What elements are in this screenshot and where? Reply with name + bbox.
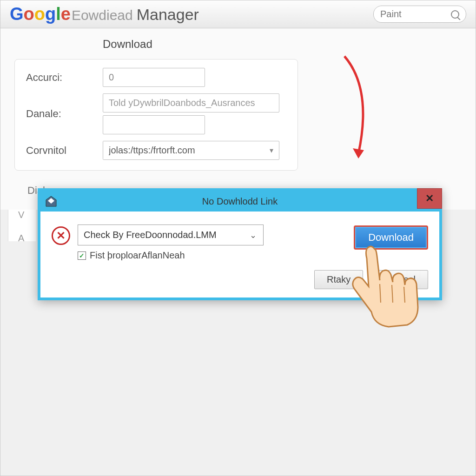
app-icon: [45, 195, 57, 207]
input-accurci[interactable]: [103, 68, 205, 87]
dialog-body: ✕ ⌄ ✓ Fist þroploarAflanNeah Download: [40, 212, 439, 265]
logo-subword: Eowdiead: [72, 7, 133, 23]
dialog-mid: ⌄ ✓ Fist þroploarAflanNeah: [78, 225, 346, 261]
retry-button[interactable]: Rtaky: [314, 270, 363, 289]
dialog: No Dowhlodd Link ✕ ✕ ⌄ ✓ Fist þroploarAf…: [38, 188, 442, 300]
logo-manager: Manager: [137, 6, 199, 24]
download-button[interactable]: Download: [354, 225, 428, 250]
dialog-titlebar[interactable]: No Dowhlodd Link ✕: [40, 191, 439, 212]
main-content: Download Accurci: Danale: Corvnitol ▾ Di…: [0, 28, 476, 210]
bg-l1: V: [18, 210, 24, 220]
bg-l2: A: [18, 233, 24, 244]
search-input[interactable]: [380, 9, 451, 20]
app-header: Google Eowdiead Manager: [0, 0, 476, 28]
label-corvnitol: Corvnitol: [26, 145, 103, 157]
app-logo: Google Eowdiead Manager: [10, 4, 199, 24]
cancel-button[interactable]: ansel: [370, 270, 428, 289]
chevron-down-icon[interactable]: ⌄: [243, 230, 263, 240]
close-button[interactable]: ✕: [417, 188, 442, 209]
input-danale-2[interactable]: [103, 115, 205, 134]
dialog-title: No Dowhlodd Link: [202, 196, 278, 207]
label-accurci: Accurci:: [26, 72, 103, 84]
close-icon: ✕: [425, 192, 434, 205]
form-panel: Accurci: Danale: Corvnitol ▾: [14, 59, 298, 171]
row-danale: Danale:: [26, 93, 286, 134]
checkbox-icon[interactable]: ✓: [78, 251, 86, 260]
section-title: Download: [103, 38, 462, 51]
checkbox-label: Fist þroploarAflanNeah: [90, 250, 185, 261]
dialog-combo[interactable]: ⌄: [78, 225, 264, 245]
row-accurci: Accurci:: [26, 68, 286, 87]
input-corvnitol[interactable]: [103, 141, 264, 159]
dialog-footer: Rtaky ansel: [40, 265, 439, 298]
error-icon: ✕: [52, 226, 70, 245]
combo-corvnitol[interactable]: ▾: [103, 141, 279, 160]
checkbox-row[interactable]: ✓ Fist þroploarAflanNeah: [78, 250, 346, 261]
search-box[interactable]: [373, 6, 466, 23]
row-corvnitol: Corvnitol ▾: [26, 141, 286, 160]
label-danale: Danale:: [26, 108, 103, 120]
dialog-combo-input[interactable]: [78, 225, 243, 245]
input-danale[interactable]: [103, 93, 279, 112]
chevron-down-icon[interactable]: ▾: [264, 146, 279, 155]
search-icon[interactable]: [451, 10, 459, 19]
